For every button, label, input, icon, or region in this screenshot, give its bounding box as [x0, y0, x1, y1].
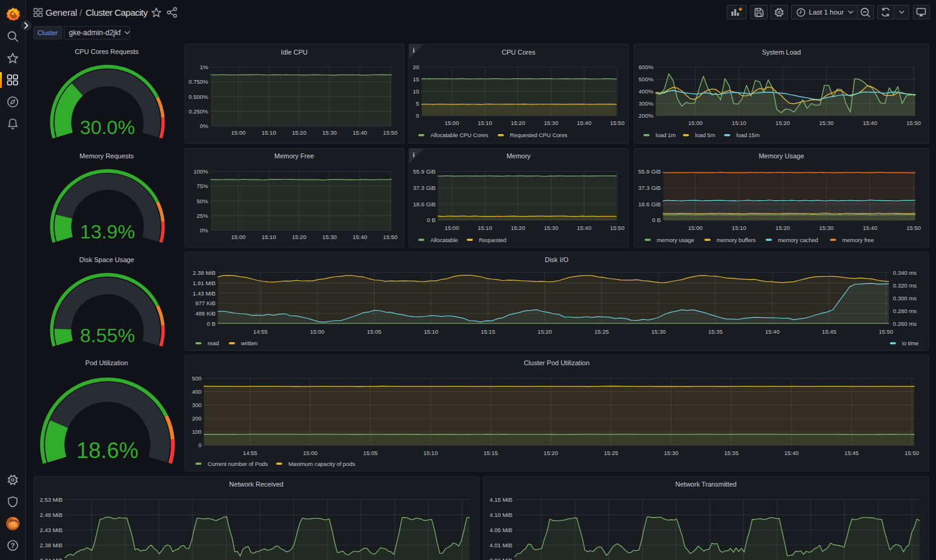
svg-text:0%: 0% — [200, 123, 208, 129]
svg-text:300%: 300% — [639, 100, 654, 107]
svg-text:2.38 MiB: 2.38 MiB — [40, 542, 63, 548]
svg-text:15:10: 15:10 — [732, 224, 747, 231]
svg-text:15:50: 15:50 — [609, 224, 624, 231]
svg-text:15:40: 15:40 — [577, 224, 591, 231]
svg-text:15:05: 15:05 — [363, 449, 378, 456]
svg-text:Allocatable CPU Cores: Allocatable CPU Cores — [430, 132, 488, 138]
svg-text:15:50: 15:50 — [878, 328, 893, 334]
svg-text:15:30: 15:30 — [651, 328, 666, 334]
svg-text:50%: 50% — [196, 197, 208, 204]
svg-text:2.38 MiB: 2.38 MiB — [192, 269, 215, 275]
svg-text:400: 400 — [192, 388, 202, 395]
svg-text:500%: 500% — [639, 76, 654, 83]
svg-text:0: 0 — [416, 112, 419, 119]
svg-text:1%: 1% — [200, 64, 208, 70]
svg-text:20: 20 — [412, 64, 419, 70]
svg-text:15:05: 15:05 — [367, 328, 381, 334]
svg-text:15:30: 15:30 — [322, 129, 337, 136]
svg-text:0.320 ms: 0.320 ms — [893, 282, 917, 288]
svg-text:15:20: 15:20 — [510, 120, 525, 126]
svg-text:15:20: 15:20 — [291, 234, 306, 240]
svg-text:load 1m: load 1m — [656, 132, 676, 138]
svg-text:1.91 MiB: 1.91 MiB — [192, 279, 215, 286]
svg-text:0.340 ms: 0.340 ms — [893, 269, 917, 275]
svg-text:15:30: 15:30 — [819, 224, 834, 231]
svg-text:300: 300 — [192, 402, 202, 408]
svg-text:0.300 ms: 0.300 ms — [893, 294, 917, 301]
svg-text:15:20: 15:20 — [537, 328, 552, 334]
svg-text:30.0%: 30.0% — [80, 116, 135, 138]
svg-text:1.43 MiB: 1.43 MiB — [192, 289, 215, 296]
svg-text:0%: 0% — [200, 227, 208, 234]
svg-text:read: read — [208, 340, 219, 346]
svg-text:4.15 MiB: 4.15 MiB — [489, 496, 512, 502]
svg-text:written: written — [240, 340, 257, 346]
svg-text:18.6 GiB: 18.6 GiB — [639, 200, 661, 207]
svg-text:15:00: 15:00 — [231, 234, 245, 240]
svg-text:15:45: 15:45 — [844, 449, 859, 456]
svg-text:15:20: 15:20 — [776, 120, 790, 126]
svg-text:15:00: 15:00 — [688, 224, 703, 231]
svg-text:?: ? — [10, 542, 15, 549]
svg-text:memory free: memory free — [843, 236, 874, 243]
svg-text:15:40: 15:40 — [353, 129, 367, 136]
svg-text:Requested: Requested — [479, 236, 506, 243]
svg-text:0.750%: 0.750% — [188, 78, 208, 85]
svg-text:15:20: 15:20 — [543, 449, 558, 456]
svg-text:15:30: 15:30 — [663, 449, 678, 456]
svg-text:15:20: 15:20 — [291, 129, 306, 136]
svg-text:0.500%: 0.500% — [188, 93, 208, 100]
svg-text:18.6 GiB: 18.6 GiB — [413, 200, 435, 207]
svg-text:3.96 MiB: 3.96 MiB — [489, 557, 512, 560]
svg-text:25%: 25% — [196, 212, 208, 218]
svg-text:15:15: 15:15 — [483, 449, 498, 456]
svg-text:100%: 100% — [193, 168, 208, 175]
svg-text:15:30: 15:30 — [819, 120, 834, 126]
svg-text:600%: 600% — [639, 64, 654, 70]
svg-text:memory usage: memory usage — [657, 236, 694, 243]
svg-text:5: 5 — [416, 100, 419, 107]
svg-text:15:40: 15:40 — [863, 224, 877, 231]
svg-text:2.43 MiB: 2.43 MiB — [40, 527, 63, 533]
svg-text:15:20: 15:20 — [776, 224, 790, 231]
svg-text:15:00: 15:00 — [444, 224, 459, 231]
svg-text:0.280 ms: 0.280 ms — [893, 307, 917, 314]
svg-text:15:50: 15:50 — [906, 224, 921, 231]
svg-text:15:35: 15:35 — [724, 449, 738, 456]
svg-text:15:00: 15:00 — [310, 328, 324, 334]
svg-text:15:40: 15:40 — [784, 449, 799, 456]
svg-text:15:40: 15:40 — [863, 120, 877, 126]
svg-text:15:20: 15:20 — [510, 224, 525, 231]
svg-text:55.9 GiB: 55.9 GiB — [413, 167, 435, 174]
svg-text:15:10: 15:10 — [477, 224, 492, 231]
svg-text:2.48 MiB: 2.48 MiB — [40, 511, 63, 518]
svg-text:15:10: 15:10 — [477, 120, 492, 126]
svg-text:0.250%: 0.250% — [188, 108, 208, 115]
svg-text:55.9 GiB: 55.9 GiB — [639, 167, 661, 174]
svg-text:15:50: 15:50 — [906, 120, 921, 126]
svg-text:15:15: 15:15 — [480, 328, 495, 334]
svg-text:15:25: 15:25 — [594, 328, 609, 334]
svg-text:37.3 GiB: 37.3 GiB — [639, 184, 661, 191]
svg-text:500: 500 — [192, 374, 202, 381]
svg-text:memory cached: memory cached — [778, 236, 818, 243]
svg-text:14:55: 14:55 — [243, 449, 257, 456]
svg-text:8.55%: 8.55% — [80, 324, 135, 346]
svg-text:0: 0 — [198, 442, 201, 448]
svg-text:15:10: 15:10 — [261, 234, 276, 240]
svg-text:15:30: 15:30 — [322, 234, 337, 240]
svg-text:4.01 MiB: 4.01 MiB — [489, 542, 512, 548]
svg-text:load 5m: load 5m — [695, 132, 715, 138]
svg-text:2.53 MiB: 2.53 MiB — [40, 496, 63, 502]
svg-text:15:50: 15:50 — [904, 449, 919, 456]
svg-text:15:40: 15:40 — [353, 234, 367, 240]
svg-text:15:10: 15:10 — [423, 449, 438, 456]
svg-text:15:00: 15:00 — [231, 129, 245, 136]
svg-text:15:10: 15:10 — [732, 120, 747, 126]
svg-text:15:10: 15:10 — [424, 328, 438, 334]
svg-text:io time: io time — [902, 340, 918, 346]
svg-text:Allocatable: Allocatable — [430, 236, 458, 243]
svg-text:Requested CPU Cores: Requested CPU Cores — [510, 132, 568, 138]
svg-text:15:35: 15:35 — [708, 328, 722, 334]
svg-text:488 KiB: 488 KiB — [195, 310, 215, 317]
